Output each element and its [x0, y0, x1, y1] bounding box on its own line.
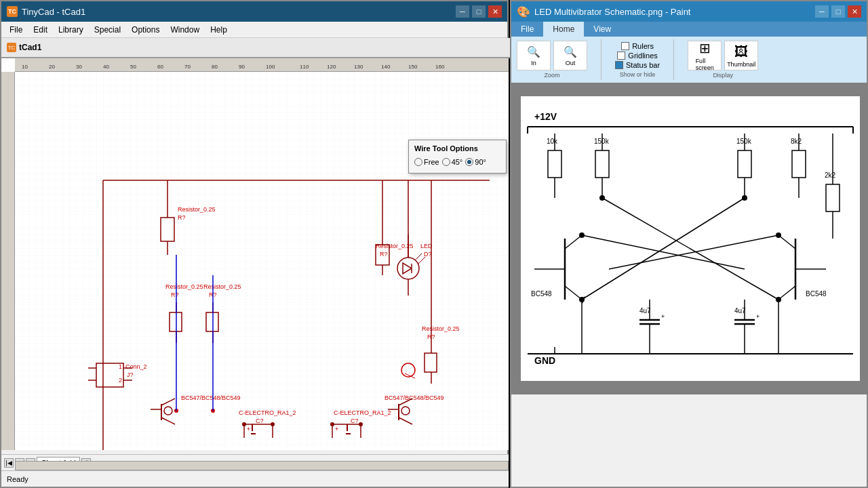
zoom-out-icon: 🔍 [564, 45, 577, 58]
svg-rect-110 [738, 150, 751, 178]
paint-minimize[interactable]: ─ [815, 5, 829, 18]
svg-text:C-ELECTRO_RA1_2: C-ELECTRO_RA1_2 [334, 409, 391, 416]
svg-rect-118 [826, 184, 840, 211]
zoom-out-label: Out [566, 60, 576, 66]
ribbon-tab-home[interactable]: Home [543, 22, 584, 37]
sheet-prev-first[interactable]: |◀ [4, 458, 14, 468]
paint-close[interactable]: ✕ [848, 5, 861, 18]
minimize-button[interactable]: ─ [456, 5, 469, 18]
paint-icon: 🎨 [517, 5, 530, 18]
svg-line-133 [609, 235, 778, 269]
wire-45-option[interactable]: 45° [442, 158, 463, 166]
svg-text:BC547/BC548/BC549: BC547/BC548/BC549 [384, 394, 444, 401]
menu-bar: File Edit Library Special Options Window… [1, 22, 507, 38]
svg-text:+: + [661, 313, 665, 320]
inner-title: tCad1 [19, 43, 41, 52]
zoom-in-button[interactable]: 🔍 In [517, 41, 551, 70]
wire-45-radio[interactable] [442, 158, 450, 166]
svg-text:Resistor_0.25: Resistor_0.25 [203, 283, 241, 290]
wire-90-option[interactable]: 90° [465, 158, 486, 166]
maximize-button[interactable]: □ [472, 5, 486, 18]
menu-library[interactable]: Library [53, 24, 89, 36]
full-screen-icon: ⊞ [699, 40, 711, 56]
thumbnail-label: Thumbnail [727, 61, 755, 68]
svg-text:BC548: BC548 [531, 290, 552, 298]
svg-text:Resistor_0.25: Resistor_0.25 [165, 283, 203, 290]
wire-free-option[interactable]: Free [414, 158, 439, 166]
thumbnail-button[interactable]: 🖼 Thumbnail [724, 41, 758, 70]
menu-special[interactable]: Special [89, 24, 126, 36]
tinycad-icon: TC [7, 6, 18, 17]
svg-text:J?: J? [127, 371, 134, 378]
scrollbar-horizontal[interactable] [15, 461, 509, 470]
ribbon-group-show-hide: Rulers Gridlines Status bar Show or hide [615, 41, 660, 78]
schematic-area[interactable]: Resistor_0.25 R? Resistor_0.25 R? LED D? [15, 72, 509, 450]
wire-45-label: 45° [452, 158, 463, 166]
ruler-horizontal: 10 20 30 40 50 60 70 80 90 100 110 120 1… [15, 58, 509, 72]
svg-line-124 [565, 286, 582, 300]
ribbon-divider2 [673, 39, 674, 80]
zoom-out-button[interactable]: 🔍 Out [553, 41, 587, 70]
full-screen-button[interactable]: ⊞ Fullscreen [688, 41, 722, 70]
svg-text:R?: R? [178, 214, 186, 221]
paint-window: 🎨 LED Multivibrator Schematic.png - Pain… [510, 0, 868, 488]
ribbon-tab-file[interactable]: File [511, 22, 543, 37]
ruler-vertical [1, 72, 15, 450]
circuit-svg: +12V GND 10k 150k 150k [521, 96, 860, 381]
svg-point-157 [599, 195, 605, 201]
menu-options[interactable]: Options [126, 24, 165, 36]
ribbon-tab-view[interactable]: View [584, 22, 620, 37]
svg-point-155 [579, 297, 585, 302]
menu-help[interactable]: Help [205, 24, 233, 36]
status-text: Ready [7, 475, 28, 483]
svg-text:Resistor_0.25: Resistor_0.25 [178, 206, 216, 213]
svg-text:1: 1 [119, 363, 122, 370]
svg-point-78 [242, 422, 246, 426]
svg-rect-106 [595, 150, 609, 178]
svg-text:+12V: +12V [534, 111, 557, 122]
zoom-in-label: In [531, 60, 536, 66]
ribbon-content: 🔍 In 🔍 Out Zoom Rulers [511, 37, 867, 83]
wire-free-radio[interactable] [414, 158, 422, 166]
svg-text:GND: GND [534, 355, 555, 366]
paint-canvas[interactable]: +12V GND 10k 150k 150k [511, 83, 868, 394]
menu-window[interactable]: Window [165, 24, 205, 36]
svg-text:C?: C? [256, 418, 264, 424]
svg-text:+: + [247, 426, 250, 432]
ribbon-tabs: File Home View [511, 22, 867, 37]
menu-file[interactable]: File [4, 24, 28, 36]
paint-maximize[interactable]: □ [831, 5, 845, 18]
svg-text:BC548: BC548 [806, 290, 827, 298]
wire-90-radio[interactable] [465, 158, 473, 166]
svg-text:C?: C? [351, 418, 359, 424]
gridlines-checkbox[interactable] [617, 52, 625, 60]
svg-line-129 [778, 235, 795, 249]
ribbon-divider [601, 39, 601, 80]
ribbon-group-zoom: 🔍 In 🔍 Out Zoom [517, 41, 587, 79]
canvas-area: 10 20 30 40 50 60 70 80 90 100 110 120 1… [1, 58, 509, 450]
paint-ribbon: File Home View 🔍 In 🔍 Out Zoom [511, 22, 867, 84]
inner-window: TC tCad1 [1, 38, 510, 58]
inner-icon: TC [7, 43, 16, 52]
schematic-svg: Resistor_0.25 R? Resistor_0.25 R? LED D? [15, 72, 509, 450]
rulers-checkbox[interactable] [621, 42, 629, 50]
tinycad-window: TC TinyCad - tCad1 ─ □ ✕ File Edit Libra… [0, 0, 509, 488]
statusbar-checkbox[interactable] [615, 61, 623, 69]
svg-text:BC547/BC548/BC549: BC547/BC548/BC549 [181, 394, 241, 401]
svg-line-123 [565, 235, 582, 249]
svg-text:8k2: 8k2 [791, 138, 802, 145]
menu-edit[interactable]: Edit [28, 24, 53, 36]
svg-text:10k: 10k [547, 138, 558, 145]
wire-free-label: Free [424, 158, 439, 166]
rulers-label: Rulers [632, 42, 654, 50]
svg-text:R?: R? [171, 291, 179, 298]
paint-titlebar: 🎨 LED Multivibrator Schematic.png - Pain… [511, 1, 867, 22]
svg-text:D?: D? [424, 251, 432, 258]
svg-text:+: + [335, 426, 338, 432]
svg-text:2k2: 2k2 [825, 171, 836, 179]
svg-rect-0 [15, 72, 509, 450]
paint-title: LED Multivibrator Schematic.png - Paint [534, 7, 690, 17]
close-button[interactable]: ✕ [488, 5, 502, 18]
ribbon-group-display: ⊞ Fullscreen 🖼 Thumbnail Display [688, 41, 758, 79]
svg-point-153 [579, 232, 585, 238]
